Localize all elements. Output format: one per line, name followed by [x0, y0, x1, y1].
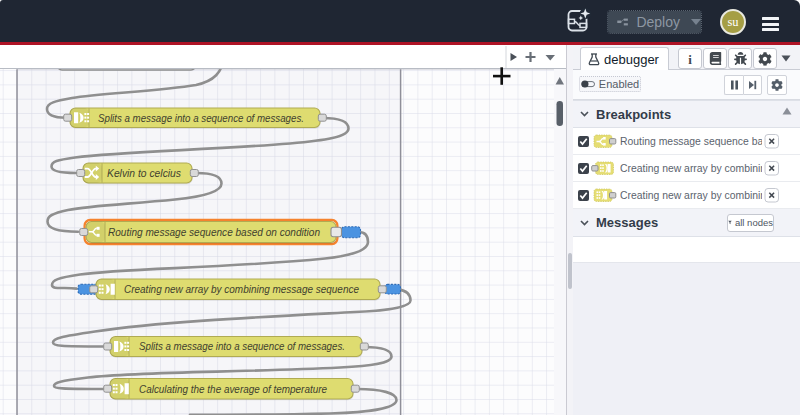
svg-text:Calculating the the average of: Calculating the the average of temperatu… [139, 383, 327, 395]
svg-text:Splits a message into a sequen: Splits a message into a sequence of mess… [139, 340, 345, 352]
svg-text:Routing message sequence based: Routing message sequence based on condit… [108, 226, 320, 238]
svg-text:Splits a message into a sequen: Splits a message into a sequence of mess… [98, 112, 304, 124]
svg-text:i: i [688, 51, 692, 66]
svg-text:Creating new array by combinin: Creating new array by combining message … [124, 283, 359, 295]
svg-text:Kelvin to celcius: Kelvin to celcius [107, 167, 181, 179]
